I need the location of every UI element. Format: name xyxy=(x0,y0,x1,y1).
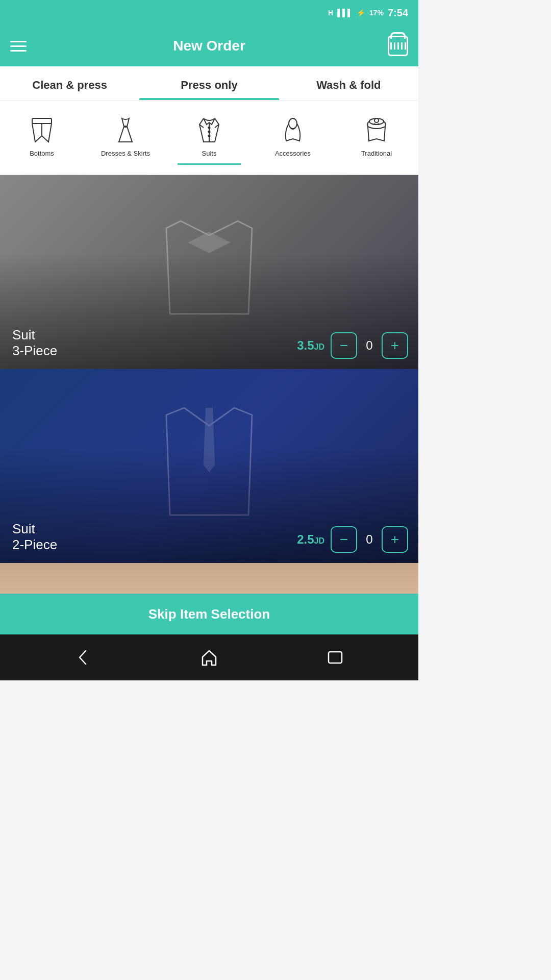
product-partial-preview xyxy=(0,563,418,594)
page-title: New Order xyxy=(173,38,245,54)
charging-icon: ⚡ xyxy=(357,9,365,17)
suit-3piece-info: Suit 3-Piece xyxy=(12,327,57,359)
product-suit-2piece: Suit 2-Piece 2.5JD − 0 + xyxy=(0,369,418,563)
traditional-icon xyxy=(361,115,392,145)
svg-point-6 xyxy=(289,118,297,129)
dresses-icon xyxy=(110,115,141,145)
cart-button[interactable] xyxy=(388,36,408,56)
accessories-label: Accessories xyxy=(275,150,311,157)
home-button[interactable] xyxy=(196,645,222,670)
bottoms-label: Bottoms xyxy=(30,150,54,157)
bottoms-icon xyxy=(27,115,57,145)
traditional-label: Traditional xyxy=(361,150,392,157)
recents-button[interactable] xyxy=(322,645,348,670)
back-button[interactable] xyxy=(70,645,96,670)
product-suit-3piece: Suit 3-Piece 3.5JD − 0 + xyxy=(0,175,418,369)
suit-3piece-name: Suit xyxy=(12,327,57,343)
category-accessories[interactable]: Accessories xyxy=(251,111,335,169)
menu-button[interactable] xyxy=(10,41,27,52)
suit-2piece-info: Suit 2-Piece xyxy=(12,521,57,553)
suit-2piece-increase[interactable]: + xyxy=(382,526,408,553)
tab-wash-fold[interactable]: Wash & fold xyxy=(279,66,418,100)
suit-2piece-controls: 2.5JD − 0 + xyxy=(297,526,408,553)
battery-level: 17% xyxy=(369,9,384,17)
category-nav: Bottoms Dresses & Skirts xyxy=(0,101,418,175)
suit-2piece-subname: 2-Piece xyxy=(12,537,57,553)
suits-icon xyxy=(194,115,224,145)
svg-point-8 xyxy=(374,118,379,122)
clock: 7:54 xyxy=(388,7,408,19)
suits-label: Suits xyxy=(202,150,217,157)
suit-3piece-quantity: 0 xyxy=(363,338,375,353)
signal-bars: ▌▌▌ xyxy=(337,9,353,17)
header: New Order xyxy=(0,26,418,66)
svg-point-3 xyxy=(209,127,210,129)
service-tabs: Clean & press Press only Wash & fold xyxy=(0,66,418,101)
suit-3piece-decrease[interactable]: − xyxy=(331,332,357,359)
category-suits[interactable]: Suits xyxy=(167,111,251,169)
suit-3piece-price: 3.5JD xyxy=(297,338,324,353)
skip-button[interactable]: Skip Item Selection xyxy=(0,594,418,634)
dresses-label: Dresses & Skirts xyxy=(101,150,150,157)
status-bar: H ▌▌▌ ⚡ 17% 7:54 xyxy=(0,0,418,26)
accessories-icon xyxy=(278,115,308,145)
skip-button-label: Skip Item Selection xyxy=(148,606,270,622)
suit-2piece-name: Suit xyxy=(12,521,57,537)
suit-2piece-price: 2.5JD xyxy=(297,532,324,547)
svg-point-4 xyxy=(209,131,210,133)
suit-2piece-decrease[interactable]: − xyxy=(331,526,357,553)
product-list: Suit 3-Piece 3.5JD − 0 + xyxy=(0,175,418,563)
suit-3piece-controls: 3.5JD − 0 + xyxy=(297,332,408,359)
category-bottoms[interactable]: Bottoms xyxy=(0,111,84,169)
svg-point-5 xyxy=(209,135,210,137)
nav-bar xyxy=(0,634,418,680)
suit-2piece-quantity: 0 xyxy=(363,532,375,547)
signal-icon: H xyxy=(328,9,333,17)
tab-clean-press[interactable]: Clean & press xyxy=(0,66,139,100)
suit-3piece-subname: 3-Piece xyxy=(12,343,57,359)
suit-3piece-increase[interactable]: + xyxy=(382,332,408,359)
svg-rect-9 xyxy=(329,652,342,663)
tab-press-only[interactable]: Press only xyxy=(139,66,279,100)
svg-point-7 xyxy=(369,118,384,125)
category-traditional[interactable]: Traditional xyxy=(335,111,418,169)
category-dresses[interactable]: Dresses & Skirts xyxy=(84,111,167,169)
svg-rect-0 xyxy=(32,118,52,124)
